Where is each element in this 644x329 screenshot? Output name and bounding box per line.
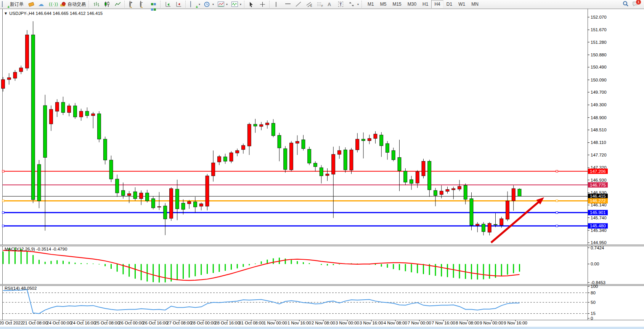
candle-body <box>458 186 461 189</box>
date-label: 27 Oct 08:00 <box>167 321 192 325</box>
crosshair-tool-button[interactable] <box>258 0 268 8</box>
candle-body <box>170 188 173 218</box>
candle-body <box>488 224 491 232</box>
vline-tool-button[interactable] <box>272 0 283 8</box>
zoom-in-button[interactable]: + <box>127 0 138 8</box>
clock-icon <box>204 2 211 7</box>
hline-tool-button[interactable] <box>283 0 294 8</box>
candle-body <box>494 224 497 225</box>
auto-scroll-button[interactable] <box>163 0 174 8</box>
timeframe-m30[interactable]: M30 <box>405 0 419 8</box>
candle-body <box>199 204 203 206</box>
candle-body <box>116 179 119 193</box>
candle-body <box>392 150 395 160</box>
fibonacci-tool-button[interactable]: F <box>315 0 326 8</box>
price-tick-label: 152.070 <box>591 15 607 19</box>
timeframe-h1[interactable]: H1 <box>419 0 431 8</box>
candle-body <box>61 102 65 113</box>
date-label: 1 Nov 00:00 <box>263 321 287 325</box>
zoom-out-button[interactable]: - <box>138 0 149 8</box>
candle-body <box>320 168 323 176</box>
algo-cloud-button[interactable]: ☁ <box>36 0 47 8</box>
new-chart-button[interactable]: +▾ <box>188 0 202 8</box>
timeframe-m1[interactable]: M1 <box>365 0 377 8</box>
period-menu-button[interactable]: ▾ <box>202 0 216 8</box>
candle-body <box>278 135 281 148</box>
hline-handle-left[interactable] <box>2 200 4 202</box>
main-toolbar: + 新订单 ☁ ((·)) 自动交易 + - +▾ ▾ ▾ <box>0 0 644 9</box>
timeframe-mn[interactable]: MN <box>468 0 482 8</box>
candle-body <box>109 160 113 179</box>
cursor-tool-button[interactable] <box>247 0 258 8</box>
candle-body <box>350 150 353 170</box>
bar-chart-mode-button[interactable] <box>92 0 102 8</box>
search-button[interactable] <box>623 1 629 8</box>
hline-handle-left[interactable] <box>2 170 4 172</box>
template-icon <box>218 2 225 7</box>
date-label: 7 Nov 16:00 <box>432 321 455 325</box>
channel-tool-button[interactable]: E <box>304 0 315 8</box>
hline-handle-right[interactable] <box>556 212 558 214</box>
new-order-button[interactable]: + 新订单 <box>0 0 26 8</box>
svg-text:F: F <box>321 5 323 7</box>
text-tool-button[interactable]: A <box>326 0 336 8</box>
candle-body <box>236 150 239 153</box>
toolbar-separator <box>160 1 162 8</box>
signal-button[interactable]: ((·)) <box>47 0 58 8</box>
shapes-tool-button[interactable]: ▾ <box>347 0 361 8</box>
candle-body <box>230 153 233 161</box>
price-tick-label: 146.930 <box>591 178 607 182</box>
timeframe-h4[interactable]: H4 <box>431 0 443 8</box>
label-tool-button[interactable]: T <box>336 0 347 8</box>
equidistant-channel-icon: E <box>306 2 313 7</box>
timeframe-d1[interactable]: D1 <box>443 0 455 8</box>
timeframe-m15[interactable]: M15 <box>389 0 404 8</box>
trendline-tool-button[interactable] <box>294 0 304 8</box>
hline-handle-right[interactable] <box>556 200 558 202</box>
date-label: 3 Nov 00:00 <box>336 321 359 325</box>
price-tick-label: 150.880 <box>591 53 607 57</box>
notification-badge: 1 <box>636 0 641 5</box>
candlestick-mode-button[interactable] <box>102 0 113 8</box>
candle-body <box>271 123 275 136</box>
horizontal-scrollbar[interactable] <box>0 327 644 329</box>
date-label: 31 Oct 08:00 <box>239 321 264 325</box>
line-chart-mode-button[interactable] <box>113 0 124 8</box>
candle-body <box>19 68 23 72</box>
date-label: 4 Nov 08:00 <box>384 321 407 325</box>
template-menu-button[interactable]: ▾ <box>216 0 230 8</box>
indicators-menu-button[interactable]: ▾ <box>230 0 243 8</box>
candle-body <box>512 188 515 201</box>
candle-body <box>175 189 179 209</box>
cloud-icon: ☁ <box>38 2 45 7</box>
date-label: 26 Oct 00:00 <box>119 321 144 325</box>
chart-shift-button[interactable] <box>174 0 185 8</box>
timeframe-w1[interactable]: W1 <box>455 0 468 8</box>
candle-body <box>157 207 161 208</box>
date-label: 26 Oct 16:00 <box>143 321 168 325</box>
hline-handle-left[interactable] <box>2 225 4 227</box>
price-line-badge-label: 147.206 <box>590 169 606 174</box>
styler-button[interactable] <box>26 0 36 8</box>
notifications-button[interactable]: 1 <box>633 1 639 8</box>
price-line-badge-label: 145.480 <box>590 224 606 228</box>
tile-windows-button[interactable] <box>149 0 159 8</box>
candlestick-icon <box>104 2 111 7</box>
candle-body <box>356 139 359 150</box>
date-label: 24 Oct 00:00 <box>47 321 72 325</box>
hline-handle-right[interactable] <box>556 225 558 227</box>
autotrade-button[interactable]: 自动交易 <box>58 0 88 8</box>
candle-body <box>518 189 521 196</box>
candle-body <box>67 106 71 112</box>
hline-handle-right[interactable] <box>556 170 558 172</box>
timeframe-m5[interactable]: M5 <box>377 0 390 8</box>
collapse-triangle-icon[interactable]: ▼ <box>5 12 7 15</box>
candle-body <box>55 102 59 111</box>
candle-body <box>212 163 215 176</box>
hline-handle-left[interactable] <box>2 212 4 214</box>
rsi-scale-label: 15 <box>591 311 596 316</box>
price-tick-label: 150.090 <box>591 78 607 82</box>
candle-body <box>362 139 365 141</box>
price-tick-label: 148.110 <box>591 140 606 145</box>
candle-body <box>368 139 371 141</box>
